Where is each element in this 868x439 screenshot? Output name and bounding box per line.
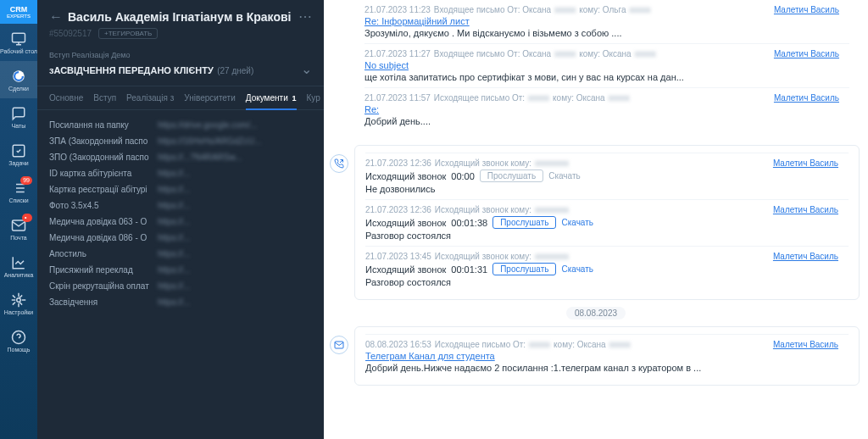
nav-check[interactable]: Задачи bbox=[0, 136, 37, 173]
doc-value: https://... bbox=[158, 249, 312, 258]
tab-Основне[interactable]: Основне bbox=[49, 86, 83, 109]
documents-list: Посилання на папкуhttps://drive.google.c… bbox=[37, 110, 324, 439]
tab-Університети[interactable]: Університети bbox=[184, 86, 235, 109]
doc-label: Фото 3.5х4.5 bbox=[49, 201, 149, 210]
nav-chat[interactable]: Чаты bbox=[0, 98, 37, 136]
tab-Документи[interactable]: Документи 1 bbox=[246, 86, 297, 109]
email-item[interactable]: Малетич Василь21.07.2023 11:23 Входящее … bbox=[364, 0, 849, 43]
desktop-icon bbox=[11, 31, 26, 47]
doc-row[interactable]: Засвідченняhttps://... bbox=[49, 294, 312, 310]
listen-button[interactable]: Прослушать bbox=[480, 169, 543, 182]
doc-value: https://16HxHs/ARGdZcU... bbox=[158, 136, 312, 146]
author-link[interactable]: Малетич Василь bbox=[773, 340, 838, 349]
call-item[interactable]: Малетич Василь21.07.2023 12:36 Исходящий… bbox=[365, 199, 849, 246]
tab-Реалізація з[interactable]: Реалізація з bbox=[126, 86, 174, 109]
doc-row[interactable]: Медична довідка 063 - Оhttps://... bbox=[49, 214, 312, 230]
listen-button[interactable]: Прослушать bbox=[492, 263, 556, 275]
add-tag-button[interactable]: +ТЕГИРОВАТЬ bbox=[98, 28, 158, 39]
doc-row[interactable]: Апостильhttps://... bbox=[49, 246, 312, 262]
pipeline-name: Вступ Реалізація Демо bbox=[49, 51, 312, 59]
email-subject[interactable]: Re: bbox=[364, 104, 849, 114]
svg-point-4 bbox=[17, 297, 21, 302]
doc-row[interactable]: Присяжний перекладhttps://... bbox=[49, 262, 312, 278]
author-link[interactable]: Малетич Василь bbox=[773, 158, 838, 168]
swirl-icon bbox=[11, 69, 26, 84]
call-status: Разговор состоялся bbox=[365, 277, 849, 287]
doc-value: https://...?N4RARSw... bbox=[158, 153, 312, 162]
doc-label: ЗПО (Закордонний паспо bbox=[49, 153, 149, 162]
nav-gear[interactable]: Настройки bbox=[0, 285, 37, 322]
email-subject[interactable]: No subject bbox=[364, 60, 849, 70]
doc-row[interactable]: ЗПА (Закордонний паспоhttps://16HxHs/ARG… bbox=[49, 133, 312, 149]
author-link[interactable]: Малетич Василь bbox=[773, 252, 838, 261]
nav-mail[interactable]: Почта• bbox=[0, 210, 37, 247]
doc-label: Апостиль bbox=[49, 249, 149, 258]
deal-panel: ← Василь Академія Ігнатіанум в Кракові ⋯… bbox=[37, 0, 324, 439]
help-icon bbox=[11, 330, 26, 345]
author-link[interactable]: Малетич Василь bbox=[774, 49, 839, 58]
doc-value: https://... bbox=[158, 297, 312, 307]
download-link[interactable]: Скачать bbox=[561, 218, 593, 227]
doc-value: https://... bbox=[158, 217, 312, 226]
check-icon bbox=[11, 143, 26, 158]
doc-value: https://drive.google.com/... bbox=[158, 120, 312, 130]
doc-row[interactable]: ЗПО (Закордонний паспоhttps://...?N4RARS… bbox=[49, 149, 312, 165]
doc-value: https://... bbox=[158, 201, 312, 210]
download-link[interactable]: Скачать bbox=[561, 264, 593, 274]
chevron-down-icon[interactable]: ⌄ bbox=[301, 61, 312, 77]
nav-analytics[interactable]: Аналитика bbox=[0, 247, 37, 285]
doc-label: Скрін рекрутаційна оплат bbox=[49, 281, 149, 291]
email-preview: ще хотіла запитатись про сертифікат з мо… bbox=[364, 72, 849, 82]
left-navbar: CRM EXPERTS Рабочий столСделкиЧатыЗадачи… bbox=[0, 0, 37, 439]
gear-icon bbox=[11, 292, 26, 308]
stage-name[interactable]: зАСВІДЧЕННЯ ПЕРЕДАНО КЛІЄНТУ bbox=[49, 65, 214, 75]
doc-row[interactable]: Медична довідка 086 - Оhttps://... bbox=[49, 230, 312, 246]
author-link[interactable]: Малетич Василь bbox=[774, 93, 839, 103]
chat-icon bbox=[11, 106, 26, 121]
author-link[interactable]: Малетич Василь bbox=[774, 5, 839, 14]
doc-label: Засвідчення bbox=[49, 297, 149, 307]
author-link[interactable]: Малетич Василь bbox=[773, 205, 838, 214]
nav-help[interactable]: Помощь bbox=[0, 322, 37, 359]
doc-row[interactable]: Скрін рекрутаційна оплатhttps://... bbox=[49, 278, 312, 294]
email-preview: Добрий день.... bbox=[364, 116, 849, 126]
email-subject[interactable]: Телеграм Канал для студента bbox=[365, 351, 849, 361]
doc-row[interactable]: ID картка абітурієнтаhttps://... bbox=[49, 165, 312, 181]
listen-button[interactable]: Прослушать bbox=[492, 216, 556, 229]
stage-days: (27 дней) bbox=[217, 66, 253, 75]
email-item[interactable]: Малетич Василь21.07.2023 11:27 Входящее … bbox=[364, 43, 849, 87]
app-logo: CRM EXPERTS bbox=[0, 0, 37, 24]
badge: • bbox=[22, 214, 32, 222]
more-icon[interactable]: ⋯ bbox=[298, 8, 312, 25]
doc-label: ID картка абітурієнта bbox=[49, 169, 149, 178]
doc-label: Медична довідка 086 - О bbox=[49, 233, 149, 242]
back-arrow-icon[interactable]: ← bbox=[49, 9, 63, 25]
doc-value: https://... bbox=[158, 233, 312, 242]
mail-out-icon bbox=[330, 336, 348, 354]
call-item[interactable]: Малетич Василь21.07.2023 12:36 Исходящий… bbox=[365, 153, 849, 199]
tab-Вступ[interactable]: Вступ bbox=[93, 86, 116, 109]
email-subject[interactable]: Re: Інформаційний лист bbox=[364, 16, 849, 26]
email-item[interactable]: Малетич Василь08.08.2023 16:53 Исходящее… bbox=[365, 334, 849, 378]
nav-desktop[interactable]: Рабочий стол bbox=[0, 24, 37, 61]
nav-list[interactable]: Списки99 bbox=[0, 173, 37, 210]
deal-tabs: ОсновнеВступРеалізація зУніверситетиДоку… bbox=[37, 86, 324, 110]
nav-swirl[interactable]: Сделки bbox=[0, 61, 37, 98]
doc-label: Картка реєстрації абітурі bbox=[49, 185, 149, 194]
doc-row[interactable]: Картка реєстрації абітуріhttps://... bbox=[49, 181, 312, 197]
doc-value: https://... bbox=[158, 185, 312, 194]
badge: 99 bbox=[20, 176, 32, 185]
deal-title: Василь Академія Ігнатіанум в Кракові bbox=[68, 10, 293, 24]
date-separator: 08.08.2023 bbox=[566, 307, 626, 320]
doc-row[interactable]: Посилання на папкуhttps://drive.google.c… bbox=[49, 117, 312, 133]
deal-id: #55092517 bbox=[49, 29, 92, 38]
doc-label: ЗПА (Закордонний паспо bbox=[49, 136, 149, 146]
call-item[interactable]: Малетич Василь21.07.2023 13:45 Исходящий… bbox=[365, 246, 849, 292]
download-link[interactable]: Скачать bbox=[548, 171, 581, 181]
doc-row[interactable]: Фото 3.5х4.5https://... bbox=[49, 197, 312, 214]
email-preview: Добрий день.Нижче надаємо 2 посилання :1… bbox=[365, 363, 849, 373]
email-item[interactable]: Малетич Василь21.07.2023 11:57 Исходящее… bbox=[364, 87, 849, 131]
tab-Кур[interactable]: Кур bbox=[307, 86, 320, 109]
svg-rect-0 bbox=[13, 33, 25, 42]
doc-value: https://... bbox=[158, 265, 312, 275]
